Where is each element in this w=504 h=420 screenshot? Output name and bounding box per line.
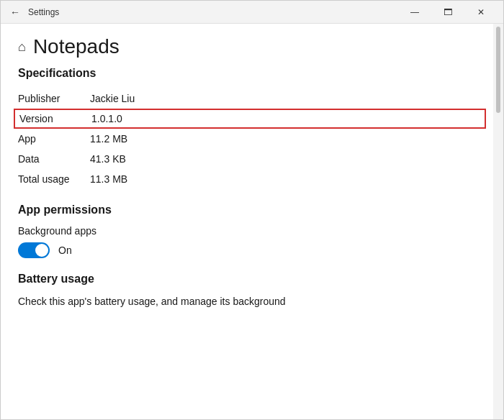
app-permissions-section: App permissions Background apps On	[18, 204, 486, 258]
table-row: Data 41.3 KB	[18, 149, 486, 169]
table-row: Total usage 11.3 MB	[18, 169, 486, 189]
toggle-row: On	[18, 242, 486, 258]
table-row: Version 1.0.1.0	[14, 109, 486, 129]
window-controls: — 🗖 ✕	[398, 1, 498, 24]
titlebar: ← Settings — 🗖 ✕	[1, 1, 503, 24]
publisher-value: Jackie Liu	[90, 93, 135, 104]
toggle-knob	[35, 244, 48, 257]
back-button[interactable]: ←	[6, 4, 24, 21]
publisher-label: Publisher	[18, 93, 90, 104]
specifications-title: Specifications	[18, 67, 486, 80]
specifications-section: Specifications Publisher Jackie Liu Vers…	[18, 67, 486, 189]
page-header: ⌂ Notepads	[18, 24, 486, 67]
battery-usage-description: Check this app's battery usage, and mana…	[18, 294, 486, 309]
total-usage-value: 11.3 MB	[90, 173, 127, 185]
app-value: 11.2 MB	[90, 133, 127, 145]
minimize-button[interactable]: —	[398, 1, 431, 24]
toggle-state-label: On	[58, 245, 72, 256]
battery-usage-section: Battery usage Check this app's battery u…	[18, 273, 486, 309]
app-permissions-title: App permissions	[18, 204, 486, 216]
table-row: Publisher Jackie Liu	[18, 88, 486, 109]
data-label: Data	[18, 153, 90, 165]
background-apps-toggle[interactable]	[18, 242, 50, 258]
settings-window: ← Settings — 🗖 ✕ ⌂ Notepads Specificatio…	[0, 0, 504, 420]
content-area: ⌂ Notepads Specifications Publisher Jack…	[1, 24, 503, 419]
home-icon: ⌂	[18, 40, 26, 55]
app-label: App	[18, 133, 90, 145]
close-button[interactable]: ✕	[464, 1, 498, 24]
total-usage-label: Total usage	[18, 173, 90, 185]
background-apps-item: Background apps On	[18, 225, 486, 258]
maximize-button[interactable]: 🗖	[431, 1, 464, 24]
data-value: 41.3 KB	[90, 153, 126, 165]
version-value: 1.0.1.0	[91, 113, 122, 124]
background-apps-label: Background apps	[18, 225, 486, 237]
titlebar-title: Settings	[28, 7, 398, 17]
page-title: Notepads	[33, 35, 120, 58]
table-row: App 11.2 MB	[18, 129, 486, 149]
version-label: Version	[19, 113, 91, 124]
battery-usage-title: Battery usage	[18, 273, 486, 286]
